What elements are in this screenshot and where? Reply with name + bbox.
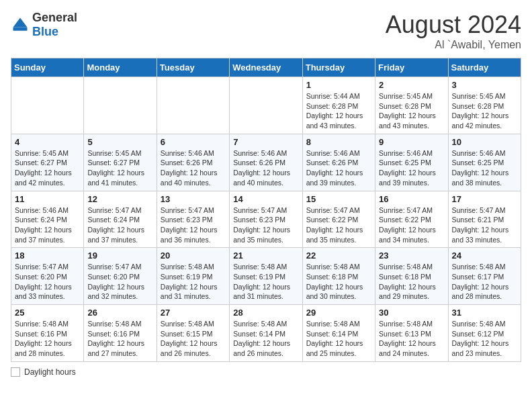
weekday-header-row: SundayMondayTuesdayWednesdayThursdayFrid… (11, 58, 521, 77)
calendar-cell (230, 77, 302, 134)
cell-day-number: 11 (15, 194, 80, 204)
cell-day-number: 18 (15, 250, 80, 261)
cell-info-text: Sunrise: 5:47 AM Sunset: 6:20 PM Dayligh… (15, 262, 80, 302)
cell-day-number: 23 (379, 250, 444, 261)
calendar-cell: 24Sunrise: 5:48 AM Sunset: 6:17 PM Dayli… (448, 248, 521, 305)
cell-info-text: Sunrise: 5:48 AM Sunset: 6:16 PM Dayligh… (15, 319, 80, 359)
cell-day-number: 17 (452, 194, 517, 204)
calendar-cell: 26Sunrise: 5:48 AM Sunset: 6:16 PM Dayli… (84, 305, 157, 362)
calendar-cell: 12Sunrise: 5:47 AM Sunset: 6:24 PM Dayli… (84, 191, 157, 248)
calendar-cell: 21Sunrise: 5:48 AM Sunset: 6:19 PM Dayli… (230, 248, 302, 305)
cell-info-text: Sunrise: 5:45 AM Sunset: 6:28 PM Dayligh… (379, 91, 444, 131)
cell-day-number: 8 (306, 137, 371, 147)
cell-day-number: 5 (87, 137, 152, 147)
cell-day-number: 1 (306, 80, 371, 90)
calendar-cell: 7Sunrise: 5:46 AM Sunset: 6:26 PM Daylig… (230, 134, 302, 191)
cell-info-text: Sunrise: 5:48 AM Sunset: 6:19 PM Dayligh… (233, 262, 298, 302)
cell-day-number: 27 (161, 308, 226, 318)
cell-info-text: Sunrise: 5:47 AM Sunset: 6:23 PM Dayligh… (233, 205, 298, 245)
weekday-header-cell: Tuesday (157, 58, 229, 77)
daylight-label: Daylight hours (24, 367, 76, 377)
calendar-week-row: 11Sunrise: 5:46 AM Sunset: 6:24 PM Dayli… (11, 191, 521, 248)
cell-info-text: Sunrise: 5:48 AM Sunset: 6:13 PM Dayligh… (379, 319, 444, 359)
cell-info-text: Sunrise: 5:47 AM Sunset: 6:24 PM Dayligh… (87, 205, 152, 245)
calendar-cell: 6Sunrise: 5:46 AM Sunset: 6:26 PM Daylig… (157, 134, 229, 191)
cell-info-text: Sunrise: 5:48 AM Sunset: 6:18 PM Dayligh… (306, 262, 371, 302)
svg-rect-1 (13, 28, 28, 31)
calendar-cell: 10Sunrise: 5:46 AM Sunset: 6:25 PM Dayli… (448, 134, 521, 191)
cell-day-number: 4 (15, 137, 80, 147)
cell-info-text: Sunrise: 5:47 AM Sunset: 6:22 PM Dayligh… (379, 205, 444, 245)
svg-marker-0 (13, 18, 28, 28)
calendar-cell: 3Sunrise: 5:45 AM Sunset: 6:28 PM Daylig… (448, 77, 521, 134)
cell-info-text: Sunrise: 5:47 AM Sunset: 6:20 PM Dayligh… (87, 262, 152, 302)
calendar-cell (84, 77, 157, 134)
cell-day-number: 7 (233, 137, 298, 147)
month-title: August 2024 (386, 11, 521, 39)
cell-day-number: 29 (306, 308, 371, 318)
cell-day-number: 19 (87, 250, 152, 261)
logo-icon (11, 15, 30, 34)
cell-info-text: Sunrise: 5:44 AM Sunset: 6:28 PM Dayligh… (306, 91, 371, 131)
cell-info-text: Sunrise: 5:46 AM Sunset: 6:25 PM Dayligh… (379, 148, 444, 188)
calendar-cell: 1Sunrise: 5:44 AM Sunset: 6:28 PM Daylig… (302, 77, 375, 134)
cell-info-text: Sunrise: 5:46 AM Sunset: 6:24 PM Dayligh… (15, 205, 80, 245)
cell-info-text: Sunrise: 5:46 AM Sunset: 6:26 PM Dayligh… (233, 148, 298, 188)
calendar-cell: 4Sunrise: 5:45 AM Sunset: 6:27 PM Daylig… (11, 134, 84, 191)
cell-info-text: Sunrise: 5:45 AM Sunset: 6:28 PM Dayligh… (452, 91, 517, 131)
calendar-cell: 13Sunrise: 5:47 AM Sunset: 6:23 PM Dayli… (157, 191, 229, 248)
cell-info-text: Sunrise: 5:48 AM Sunset: 6:18 PM Dayligh… (379, 262, 444, 302)
logo-text-general: General (32, 11, 77, 24)
calendar-cell: 15Sunrise: 5:47 AM Sunset: 6:22 PM Dayli… (302, 191, 375, 248)
calendar-body: 1Sunrise: 5:44 AM Sunset: 6:28 PM Daylig… (11, 77, 521, 362)
cell-day-number: 21 (233, 250, 298, 261)
cell-info-text: Sunrise: 5:48 AM Sunset: 6:16 PM Dayligh… (87, 319, 152, 359)
calendar-cell: 11Sunrise: 5:46 AM Sunset: 6:24 PM Dayli… (11, 191, 84, 248)
calendar-cell: 20Sunrise: 5:48 AM Sunset: 6:19 PM Dayli… (157, 248, 229, 305)
weekday-header-cell: Wednesday (230, 58, 302, 77)
cell-info-text: Sunrise: 5:48 AM Sunset: 6:15 PM Dayligh… (161, 319, 226, 359)
cell-day-number: 28 (233, 308, 298, 318)
cell-day-number: 10 (452, 137, 517, 147)
cell-day-number: 3 (452, 80, 517, 90)
page-header: General Blue August 2024 Al `Awabil, Yem… (11, 11, 521, 51)
calendar-week-row: 18Sunrise: 5:47 AM Sunset: 6:20 PM Dayli… (11, 248, 521, 305)
calendar-week-row: 1Sunrise: 5:44 AM Sunset: 6:28 PM Daylig… (11, 77, 521, 134)
cell-info-text: Sunrise: 5:48 AM Sunset: 6:14 PM Dayligh… (306, 319, 371, 359)
cell-info-text: Sunrise: 5:48 AM Sunset: 6:17 PM Dayligh… (452, 262, 517, 302)
cell-info-text: Sunrise: 5:48 AM Sunset: 6:12 PM Dayligh… (452, 319, 517, 359)
cell-info-text: Sunrise: 5:46 AM Sunset: 6:25 PM Dayligh… (452, 148, 517, 188)
weekday-header-cell: Monday (84, 58, 157, 77)
calendar-cell: 27Sunrise: 5:48 AM Sunset: 6:15 PM Dayli… (157, 305, 229, 362)
footer: Daylight hours (11, 367, 521, 377)
cell-day-number: 31 (452, 308, 517, 318)
cell-day-number: 25 (15, 308, 80, 318)
cell-day-number: 2 (379, 80, 444, 90)
calendar-cell: 14Sunrise: 5:47 AM Sunset: 6:23 PM Dayli… (230, 191, 302, 248)
cell-day-number: 20 (161, 250, 226, 261)
cell-info-text: Sunrise: 5:46 AM Sunset: 6:26 PM Dayligh… (161, 148, 226, 188)
cell-day-number: 15 (306, 194, 371, 204)
cell-day-number: 14 (233, 194, 298, 204)
location-title: Al `Awabil, Yemen (386, 39, 521, 51)
weekday-header-cell: Thursday (302, 58, 375, 77)
cell-day-number: 26 (87, 308, 152, 318)
calendar-cell: 25Sunrise: 5:48 AM Sunset: 6:16 PM Dayli… (11, 305, 84, 362)
weekday-header-cell: Sunday (11, 58, 84, 77)
title-block: August 2024 Al `Awabil, Yemen (386, 11, 521, 51)
weekday-header-cell: Saturday (448, 58, 521, 77)
cell-day-number: 22 (306, 250, 371, 261)
calendar-cell: 23Sunrise: 5:48 AM Sunset: 6:18 PM Dayli… (375, 248, 448, 305)
cell-info-text: Sunrise: 5:47 AM Sunset: 6:22 PM Dayligh… (306, 205, 371, 245)
calendar-cell: 5Sunrise: 5:45 AM Sunset: 6:27 PM Daylig… (84, 134, 157, 191)
calendar-cell: 30Sunrise: 5:48 AM Sunset: 6:13 PM Dayli… (375, 305, 448, 362)
cell-info-text: Sunrise: 5:45 AM Sunset: 6:27 PM Dayligh… (87, 148, 152, 188)
calendar-cell (11, 77, 84, 134)
calendar-cell: 31Sunrise: 5:48 AM Sunset: 6:12 PM Dayli… (448, 305, 521, 362)
calendar-week-row: 25Sunrise: 5:48 AM Sunset: 6:16 PM Dayli… (11, 305, 521, 362)
cell-day-number: 24 (452, 250, 517, 261)
calendar-cell: 29Sunrise: 5:48 AM Sunset: 6:14 PM Dayli… (302, 305, 375, 362)
calendar-cell (157, 77, 229, 134)
calendar-cell: 2Sunrise: 5:45 AM Sunset: 6:28 PM Daylig… (375, 77, 448, 134)
weekday-header-cell: Friday (375, 58, 448, 77)
